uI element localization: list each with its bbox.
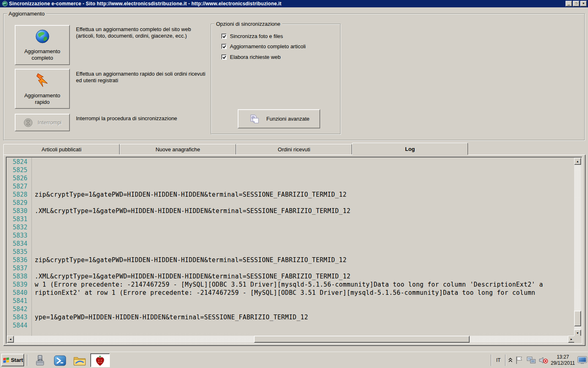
log-line: 5838.XML&cryptType=1&gatePWD=HIDDEN-HIDD… bbox=[7, 272, 574, 280]
network-icon[interactable] bbox=[526, 356, 536, 365]
minimize-icon[interactable]: _ bbox=[566, 1, 572, 7]
start-button[interactable]: Start bbox=[1, 354, 24, 366]
restore-icon[interactable]: ❐ bbox=[573, 1, 579, 7]
checkbox-checked-icon[interactable] bbox=[221, 54, 227, 60]
funzioni-avanzate-button[interactable]: Funzioni avanzate bbox=[238, 109, 320, 128]
log-line: 5825 bbox=[7, 166, 574, 174]
checkbox-elabora-richieste[interactable]: Elabora richieste web bbox=[221, 54, 281, 60]
log-line: 5835 bbox=[7, 248, 574, 256]
log-line-text: riptionExt2' at row 1 (Errore precedente… bbox=[35, 289, 535, 296]
log-line-number: 5837 bbox=[7, 265, 29, 272]
log-line: 5843ype=1&gatePWD=HIDDEN-HIDDEN-HIDDEN&t… bbox=[7, 313, 574, 321]
checkbox-checked-icon[interactable] bbox=[221, 44, 227, 49]
log-line: 5826 bbox=[7, 174, 574, 182]
start-label: Start bbox=[11, 357, 23, 363]
log-line: 5828zip&cryptType=1&gatePWD=HIDDEN-HIDDE… bbox=[7, 191, 574, 199]
strawberry-app-icon[interactable] bbox=[90, 353, 110, 367]
log-lines: 58245825582658275828zip&cryptType=1&gate… bbox=[7, 158, 574, 336]
log-textbox[interactable]: 58245825582658275828zip&cryptType=1&gate… bbox=[6, 157, 582, 344]
tray-clock[interactable]: 13:27 29/12/2011 bbox=[551, 354, 575, 366]
log-line: 5833 bbox=[7, 231, 574, 240]
interrompi-label: Interrompi bbox=[38, 119, 62, 126]
log-line-text: zip&cryptType=1&gatePWD=HIDDEN-HIDDEN-HI… bbox=[35, 191, 347, 198]
aggiornamento-completo-button[interactable]: Aggiornamento completo bbox=[15, 25, 70, 65]
log-horizontal-scrollbar[interactable]: ◄ ► bbox=[7, 336, 575, 343]
app-globe-icon bbox=[2, 1, 8, 7]
hardware-tools-app-icon[interactable] bbox=[33, 354, 48, 367]
title-bar[interactable]: Sincronizzazione e-commerce - Sito http:… bbox=[0, 0, 588, 7]
tray-chevron-icon[interactable] bbox=[508, 358, 512, 363]
aggiornamento-completo-description: Effettua un aggiornamento completo del s… bbox=[76, 26, 203, 39]
aggiornamento-group: Aggiornamento Aggiornamento completo Eff… bbox=[3, 13, 585, 140]
log-line: 5824 bbox=[7, 158, 574, 166]
scroll-up-icon[interactable]: ▲ bbox=[574, 158, 581, 165]
log-line-number: 5842 bbox=[7, 305, 29, 313]
checkbox-label: Elabora richieste web bbox=[230, 54, 281, 60]
globe-icon bbox=[35, 29, 50, 44]
app-window: Sincronizzazione e-commerce - Sito http:… bbox=[0, 0, 588, 368]
stop-icon bbox=[23, 117, 33, 128]
log-line-number: 5828 bbox=[7, 191, 29, 198]
log-line: 5840riptionExt2' at row 1 (Errore preced… bbox=[7, 289, 574, 297]
vertical-scroll-thumb[interactable] bbox=[574, 311, 581, 326]
horizontal-scroll-thumb[interactable] bbox=[254, 336, 470, 343]
taskbar-divider bbox=[27, 355, 28, 366]
log-line-number: 5830 bbox=[7, 207, 29, 215]
log-line-number: 5841 bbox=[7, 297, 29, 305]
checkbox-aggiornamento-articoli[interactable]: Aggiornamento completo articoli bbox=[221, 43, 306, 49]
tab-log[interactable]: Log bbox=[352, 143, 468, 155]
log-line: 5834 bbox=[7, 240, 574, 248]
volume-muted-icon[interactable] bbox=[539, 356, 548, 365]
close-icon[interactable]: × bbox=[580, 1, 587, 7]
tab-nuove-anagrafiche[interactable]: Nuove anagrafiche bbox=[120, 144, 236, 155]
log-line-number: 5843 bbox=[7, 314, 29, 321]
log-line: 5842 bbox=[7, 305, 574, 313]
log-line-number: 5826 bbox=[7, 175, 29, 182]
funzioni-avanzate-label: Funzioni avanzate bbox=[266, 116, 310, 122]
aggiornamento-rapido-button[interactable]: Aggiornamento rapido bbox=[15, 69, 70, 109]
scroll-left-icon[interactable]: ◄ bbox=[7, 336, 14, 343]
tray-divider bbox=[491, 355, 492, 366]
tab-ordini-ricevuti[interactable]: Ordini ricevuti bbox=[236, 144, 352, 155]
display-icon[interactable] bbox=[577, 356, 587, 365]
language-indicator[interactable]: IT bbox=[494, 357, 503, 364]
aggiornamento-rapido-label: Aggiornamento rapido bbox=[18, 92, 67, 105]
tab-label: Log bbox=[405, 146, 415, 152]
tab-label: Ordini ricevuti bbox=[278, 146, 310, 153]
tray-time: 13:27 bbox=[551, 354, 575, 360]
tab-label: Articoli pubblicati bbox=[42, 146, 82, 153]
log-line: 5830.XML&cryptType=1&gatePWD=HIDDEN-HIDD… bbox=[7, 207, 574, 215]
log-line: 5832 bbox=[7, 223, 574, 231]
log-line-number: 5838 bbox=[7, 273, 29, 280]
aggiornamento-group-label: Aggiornamento bbox=[7, 11, 46, 17]
log-line: 5837 bbox=[7, 264, 574, 272]
flag-icon[interactable] bbox=[515, 356, 524, 365]
taskbar: Start bbox=[0, 352, 588, 368]
log-panel: 58245825582658275828zip&cryptType=1&gate… bbox=[3, 155, 586, 346]
log-line-text: w 1 (Errore precedente: -2147467259 - [M… bbox=[35, 281, 543, 288]
log-line: 5841 bbox=[7, 297, 574, 305]
log-line-number: 5824 bbox=[7, 158, 29, 166]
log-line: 5829 bbox=[7, 199, 574, 207]
tray-divider bbox=[505, 355, 506, 366]
log-line-text: ype=1&gatePWD=HIDDEN-HIDDEN-HIDDEN&termi… bbox=[35, 314, 308, 321]
log-line-number: 5829 bbox=[7, 199, 29, 206]
powershell-app-icon[interactable] bbox=[52, 354, 68, 367]
checkbox-sincronizza-foto[interactable]: Sincronizza foto e files bbox=[221, 33, 283, 39]
tray-date: 29/12/2011 bbox=[551, 360, 575, 366]
log-line-text: .XML&cryptType=1&gatePWD=HIDDEN-HIDDEN-H… bbox=[35, 273, 350, 280]
interrompi-button[interactable]: Interrompi bbox=[15, 114, 70, 131]
tab-articoli-pubblicati[interactable]: Articoli pubblicati bbox=[3, 144, 120, 155]
log-line-number: 5833 bbox=[7, 232, 29, 239]
log-line: 5831 bbox=[7, 215, 574, 223]
file-explorer-app-icon[interactable] bbox=[72, 354, 87, 367]
log-vertical-scrollbar[interactable]: ▲ ▼ bbox=[574, 158, 581, 337]
lightning-icon bbox=[34, 72, 51, 88]
checkbox-checked-icon[interactable] bbox=[221, 34, 227, 39]
log-line-text: zip&cryptType=1&gatePWD=HIDDEN-HIDDEN-HI… bbox=[35, 256, 347, 264]
log-line-number: 5825 bbox=[7, 166, 29, 174]
log-line: 5839w 1 (Errore precedente: -2147467259 … bbox=[7, 280, 574, 289]
tab-label: Nuove anagrafiche bbox=[156, 146, 200, 153]
sync-options-group-label: Opzioni di sincronizzazione bbox=[214, 21, 282, 27]
log-line-number: 5834 bbox=[7, 240, 29, 247]
